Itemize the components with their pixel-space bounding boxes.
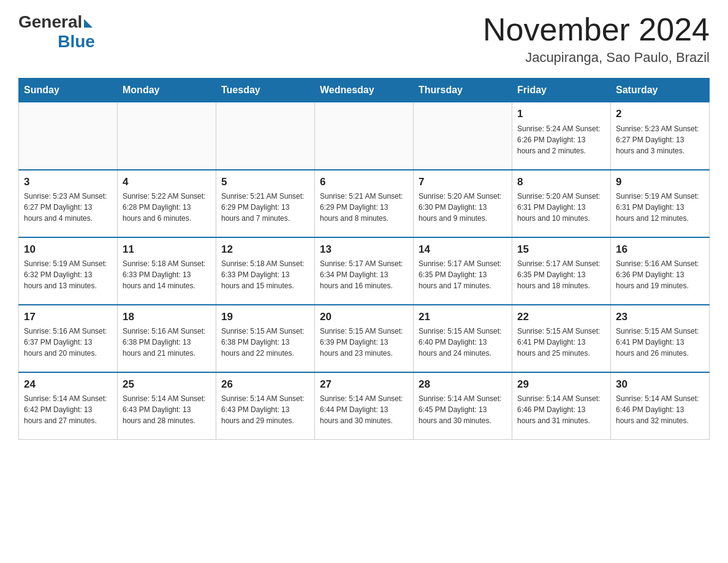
calendar-cell: 16Sunrise: 5:16 AM Sunset: 6:36 PM Dayli… — [611, 237, 710, 305]
calendar-cell — [118, 102, 216, 170]
calendar-cell: 10Sunrise: 5:19 AM Sunset: 6:32 PM Dayli… — [19, 237, 118, 305]
calendar-cell: 11Sunrise: 5:18 AM Sunset: 6:33 PM Dayli… — [118, 237, 216, 305]
day-info: Sunrise: 5:23 AM Sunset: 6:27 PM Dayligh… — [616, 123, 704, 156]
calendar-cell — [414, 102, 512, 170]
calendar-cell: 20Sunrise: 5:15 AM Sunset: 6:39 PM Dayli… — [315, 305, 414, 372]
column-header-wednesday: Wednesday — [315, 79, 414, 102]
day-number: 20 — [320, 309, 408, 325]
day-number: 2 — [616, 106, 704, 122]
day-number: 13 — [320, 242, 408, 258]
calendar-cell: 6Sunrise: 5:21 AM Sunset: 6:29 PM Daylig… — [315, 170, 414, 237]
day-number: 1 — [517, 106, 605, 122]
day-info: Sunrise: 5:17 AM Sunset: 6:35 PM Dayligh… — [517, 258, 605, 291]
day-number: 15 — [517, 242, 605, 258]
calendar-cell: 2Sunrise: 5:23 AM Sunset: 6:27 PM Daylig… — [611, 102, 710, 170]
calendar-cell: 14Sunrise: 5:17 AM Sunset: 6:35 PM Dayli… — [414, 237, 512, 305]
day-number: 21 — [419, 309, 507, 325]
calendar-week-row: 10Sunrise: 5:19 AM Sunset: 6:32 PM Dayli… — [19, 237, 710, 305]
day-number: 6 — [320, 174, 408, 190]
day-info: Sunrise: 5:23 AM Sunset: 6:27 PM Dayligh… — [24, 191, 112, 224]
calendar-cell: 28Sunrise: 5:14 AM Sunset: 6:45 PM Dayli… — [414, 372, 512, 440]
calendar-cell: 23Sunrise: 5:15 AM Sunset: 6:41 PM Dayli… — [611, 305, 710, 372]
page-header: General Blue November 2024 Jacupiranga, … — [18, 12, 710, 66]
day-number: 30 — [616, 377, 704, 393]
calendar-cell: 21Sunrise: 5:15 AM Sunset: 6:40 PM Dayli… — [414, 305, 512, 372]
calendar-cell: 30Sunrise: 5:14 AM Sunset: 6:46 PM Dayli… — [611, 372, 710, 440]
day-number: 16 — [616, 242, 704, 258]
day-number: 10 — [24, 242, 112, 258]
calendar-cell: 9Sunrise: 5:19 AM Sunset: 6:31 PM Daylig… — [611, 170, 710, 237]
calendar-cell: 5Sunrise: 5:21 AM Sunset: 6:29 PM Daylig… — [216, 170, 315, 237]
calendar-title: November 2024 — [483, 12, 710, 47]
day-info: Sunrise: 5:16 AM Sunset: 6:37 PM Dayligh… — [24, 326, 112, 359]
day-number: 28 — [419, 377, 507, 393]
calendar-subtitle: Jacupiranga, Sao Paulo, Brazil — [483, 50, 710, 66]
logo: General Blue — [18, 12, 95, 52]
calendar-cell: 19Sunrise: 5:15 AM Sunset: 6:38 PM Dayli… — [216, 305, 315, 372]
calendar-cell: 17Sunrise: 5:16 AM Sunset: 6:37 PM Dayli… — [19, 305, 118, 372]
day-info: Sunrise: 5:24 AM Sunset: 6:26 PM Dayligh… — [517, 123, 605, 156]
day-number: 22 — [517, 309, 605, 325]
day-info: Sunrise: 5:14 AM Sunset: 6:43 PM Dayligh… — [221, 393, 309, 426]
day-number: 5 — [221, 174, 309, 190]
day-info: Sunrise: 5:14 AM Sunset: 6:43 PM Dayligh… — [123, 393, 211, 426]
calendar-cell: 27Sunrise: 5:14 AM Sunset: 6:44 PM Dayli… — [315, 372, 414, 440]
day-number: 18 — [123, 309, 211, 325]
calendar-cell: 15Sunrise: 5:17 AM Sunset: 6:35 PM Dayli… — [512, 237, 611, 305]
column-header-sunday: Sunday — [19, 79, 118, 102]
day-info: Sunrise: 5:14 AM Sunset: 6:44 PM Dayligh… — [320, 393, 408, 426]
calendar-week-row: 3Sunrise: 5:23 AM Sunset: 6:27 PM Daylig… — [19, 170, 710, 237]
day-number: 7 — [419, 174, 507, 190]
day-number: 4 — [123, 174, 211, 190]
day-info: Sunrise: 5:16 AM Sunset: 6:36 PM Dayligh… — [616, 258, 704, 291]
logo-blue-text: Blue — [58, 32, 95, 52]
calendar-title-block: November 2024 Jacupiranga, Sao Paulo, Br… — [483, 12, 710, 66]
day-number: 26 — [221, 377, 309, 393]
day-info: Sunrise: 5:15 AM Sunset: 6:41 PM Dayligh… — [616, 326, 704, 359]
calendar-cell: 25Sunrise: 5:14 AM Sunset: 6:43 PM Dayli… — [118, 372, 216, 440]
day-info: Sunrise: 5:15 AM Sunset: 6:39 PM Dayligh… — [320, 326, 408, 359]
day-number: 23 — [616, 309, 704, 325]
day-info: Sunrise: 5:19 AM Sunset: 6:32 PM Dayligh… — [24, 258, 112, 291]
day-number: 27 — [320, 377, 408, 393]
day-info: Sunrise: 5:18 AM Sunset: 6:33 PM Dayligh… — [123, 258, 211, 291]
calendar-cell: 12Sunrise: 5:18 AM Sunset: 6:33 PM Dayli… — [216, 237, 315, 305]
day-info: Sunrise: 5:15 AM Sunset: 6:40 PM Dayligh… — [419, 326, 507, 359]
logo-text: General — [18, 12, 93, 32]
calendar-cell: 7Sunrise: 5:20 AM Sunset: 6:30 PM Daylig… — [414, 170, 512, 237]
day-info: Sunrise: 5:17 AM Sunset: 6:34 PM Dayligh… — [320, 258, 408, 291]
calendar-cell: 29Sunrise: 5:14 AM Sunset: 6:46 PM Dayli… — [512, 372, 611, 440]
day-number: 9 — [616, 174, 704, 190]
day-info: Sunrise: 5:15 AM Sunset: 6:41 PM Dayligh… — [517, 326, 605, 359]
day-info: Sunrise: 5:14 AM Sunset: 6:42 PM Dayligh… — [24, 393, 112, 426]
calendar-table: SundayMondayTuesdayWednesdayThursdayFrid… — [18, 78, 710, 440]
day-number: 3 — [24, 174, 112, 190]
day-info: Sunrise: 5:14 AM Sunset: 6:46 PM Dayligh… — [616, 393, 704, 426]
calendar-cell: 8Sunrise: 5:20 AM Sunset: 6:31 PM Daylig… — [512, 170, 611, 237]
calendar-cell: 24Sunrise: 5:14 AM Sunset: 6:42 PM Dayli… — [19, 372, 118, 440]
day-info: Sunrise: 5:15 AM Sunset: 6:38 PM Dayligh… — [221, 326, 309, 359]
day-info: Sunrise: 5:20 AM Sunset: 6:31 PM Dayligh… — [517, 191, 605, 224]
day-number: 25 — [123, 377, 211, 393]
calendar-cell: 22Sunrise: 5:15 AM Sunset: 6:41 PM Dayli… — [512, 305, 611, 372]
day-info: Sunrise: 5:21 AM Sunset: 6:29 PM Dayligh… — [221, 191, 309, 224]
day-info: Sunrise: 5:14 AM Sunset: 6:46 PM Dayligh… — [517, 393, 605, 426]
day-number: 8 — [517, 174, 605, 190]
day-info: Sunrise: 5:22 AM Sunset: 6:28 PM Dayligh… — [123, 191, 211, 224]
day-number: 19 — [221, 309, 309, 325]
calendar-cell: 13Sunrise: 5:17 AM Sunset: 6:34 PM Dayli… — [315, 237, 414, 305]
day-info: Sunrise: 5:20 AM Sunset: 6:30 PM Dayligh… — [419, 191, 507, 224]
column-header-friday: Friday — [512, 79, 611, 102]
day-info: Sunrise: 5:18 AM Sunset: 6:33 PM Dayligh… — [221, 258, 309, 291]
day-info: Sunrise: 5:14 AM Sunset: 6:45 PM Dayligh… — [419, 393, 507, 426]
day-number: 29 — [517, 377, 605, 393]
day-info: Sunrise: 5:17 AM Sunset: 6:35 PM Dayligh… — [419, 258, 507, 291]
day-info: Sunrise: 5:21 AM Sunset: 6:29 PM Dayligh… — [320, 191, 408, 224]
day-info: Sunrise: 5:19 AM Sunset: 6:31 PM Dayligh… — [616, 191, 704, 224]
calendar-cell — [315, 102, 414, 170]
column-header-saturday: Saturday — [611, 79, 710, 102]
column-header-tuesday: Tuesday — [216, 79, 315, 102]
calendar-week-row: 1Sunrise: 5:24 AM Sunset: 6:26 PM Daylig… — [19, 102, 710, 170]
logo-general-text: General — [18, 12, 82, 32]
calendar-cell — [19, 102, 118, 170]
